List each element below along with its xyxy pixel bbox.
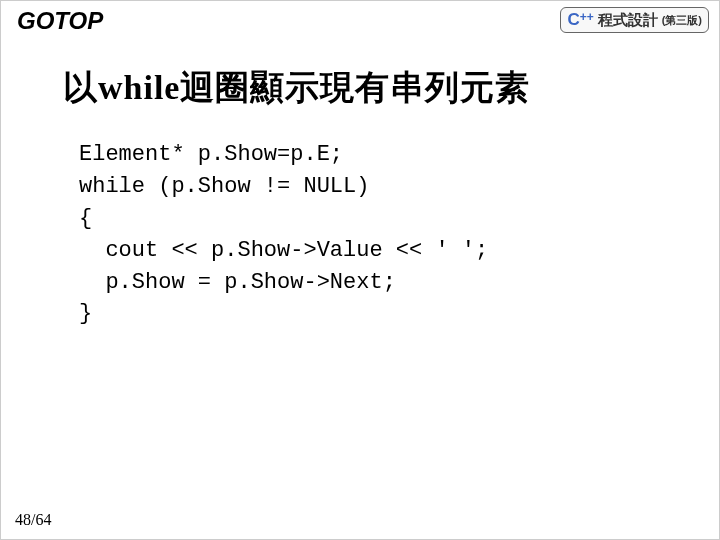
book-edition-text: (第三版) (662, 13, 702, 28)
code-line-2: while (p.Show != NULL) (79, 174, 369, 199)
slide-title: 以while迴圈顯示現有串列元素 (1, 45, 719, 111)
code-line-5: p.Show = p.Show->Next; (79, 270, 396, 295)
code-line-1: Element* p.Show=p.E; (79, 142, 343, 167)
header-bar: GOTOP C++ 程式設計 (第三版) (1, 1, 719, 45)
page-number: 48/64 (15, 511, 51, 529)
cpp-logo: C++ (567, 10, 593, 30)
cpp-letter: C (567, 10, 579, 30)
book-title-text: 程式設計 (598, 11, 658, 30)
publisher-logo: GOTOP (17, 7, 103, 35)
code-line-3: { (79, 206, 92, 231)
cpp-plus: ++ (580, 10, 594, 24)
code-line-4: cout << p.Show->Value << ' '; (79, 238, 488, 263)
code-line-6: } (79, 301, 92, 326)
code-block: Element* p.Show=p.E; while (p.Show != NU… (1, 111, 719, 330)
book-badge: C++ 程式設計 (第三版) (560, 7, 709, 33)
